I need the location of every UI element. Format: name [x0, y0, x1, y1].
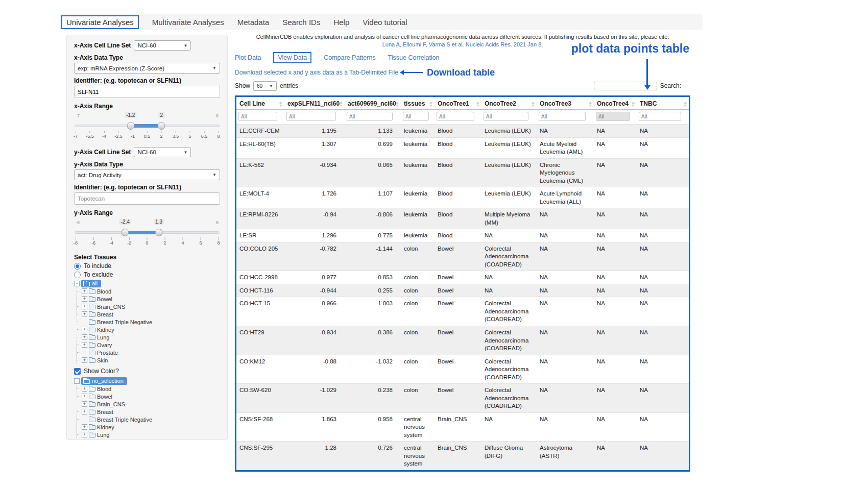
tree-item-prostate[interactable]: Prostate: [77, 349, 220, 356]
column-header-act609699-nci60[interactable]: act609699_nci60: [345, 97, 401, 110]
download-tab-delimited-link[interactable]: Download selected x and y axis data as a…: [235, 69, 398, 76]
tree-item-breast-triple-negative[interactable]: Breast Triple Negative: [77, 318, 220, 326]
y-range-handle-low[interactable]: [122, 229, 129, 236]
filter-input-tnbc[interactable]: [639, 112, 681, 121]
expand-icon[interactable]: +: [82, 296, 87, 302]
column-header-expslfn11-nci60[interactable]: expSLFN11_nci60: [284, 97, 345, 110]
sort-icon[interactable]: [476, 102, 479, 107]
table-row-co-hct-15[interactable]: CO:HCT-15-0.966-1.003colonBowelColorecta…: [236, 297, 689, 326]
column-header-oncotree4[interactable]: OncoTree4: [594, 97, 637, 110]
expand-icon[interactable]: +: [82, 327, 87, 332]
table-row-le-k-562[interactable]: LE:K-562-0.9340.065leukemiaBloodLeukemia…: [236, 158, 689, 187]
radio-to-include[interactable]: To include: [74, 262, 220, 270]
tissue-tree-root-all[interactable]: all: [81, 280, 101, 287]
sort-icon[interactable]: [279, 102, 282, 107]
expand-icon[interactable]: +: [82, 357, 87, 363]
radio-to-exclude[interactable]: To exclude: [74, 271, 220, 278]
tree-item-bowel[interactable]: +Bowel: [77, 295, 220, 303]
sort-icon[interactable]: [589, 102, 592, 107]
tree-item-breast[interactable]: +Breast: [77, 310, 220, 318]
y-data-type-select[interactable]: act: Drug Activity ▼: [74, 169, 220, 180]
y-range-slider[interactable]: -8 8 -2.4 1.3 -8-6-4-202468: [75, 218, 220, 249]
filter-input-cell-line[interactable]: [238, 112, 277, 121]
view-tab-compare-patterns[interactable]: Compare Patterns: [324, 54, 375, 61]
table-row-cns-sf-268[interactable]: CNS:SF-2681.8630.958central nervous syst…: [236, 412, 689, 442]
expand-icon[interactable]: +: [82, 304, 87, 309]
table-row-co-ht29[interactable]: CO:HT29-0.934-0.386colonBowelColorectal …: [236, 326, 689, 355]
expand-icon[interactable]: +: [82, 401, 87, 407]
nav-tab-search-ids[interactable]: Search IDs: [282, 18, 320, 27]
tree-item-skin[interactable]: +Skin: [77, 356, 220, 364]
table-row-co-colo-205[interactable]: CO:COLO 205-0.782-1.144colonBowelColorec…: [236, 242, 689, 271]
table-row-le-sr[interactable]: LE:SR1.2960.775leukemiaBloodNANANANA: [236, 229, 689, 242]
expand-icon[interactable]: +: [82, 394, 87, 399]
column-header-oncotree1[interactable]: OncoTree1: [435, 97, 481, 110]
expand-icon[interactable]: +: [82, 409, 87, 414]
sort-icon[interactable]: [632, 102, 635, 107]
table-row-co-sw-620[interactable]: CO:SW-620-1.0290.238colonBowelColorectal…: [236, 384, 689, 413]
tree-item-kidney[interactable]: +Kidney: [77, 326, 220, 333]
tree-item-breast-triple-negative[interactable]: Breast Triple Negative: [77, 416, 220, 423]
tree-item-brain-cns[interactable]: +Brain_CNS: [77, 303, 220, 310]
tissue-tree-root-no-selection[interactable]: no_selection: [81, 377, 127, 385]
column-header-tissues[interactable]: tissues: [401, 97, 435, 110]
x-identifier-input[interactable]: [74, 86, 220, 98]
y-identifier-input[interactable]: [74, 192, 220, 205]
expand-icon[interactable]: +: [82, 424, 87, 430]
filter-input-oncotree2[interactable]: [484, 112, 528, 121]
sort-icon[interactable]: [340, 102, 343, 107]
filter-input-expslfn11-nci60[interactable]: [286, 112, 336, 121]
filter-input-oncotree1[interactable]: [437, 112, 474, 121]
expand-icon[interactable]: +: [82, 334, 87, 340]
expand-icon[interactable]: +: [82, 386, 87, 392]
table-row-co-hcc-2998[interactable]: CO:HCC-2998-0.977-0.853colonBowelNANANAN…: [236, 271, 689, 284]
table-row-co-km12[interactable]: CO:KM12-0.88-1.032colonBowelColorectal A…: [236, 355, 689, 384]
view-tab-tissue-correlation[interactable]: Tissue Correlation: [388, 54, 440, 61]
nav-tab-help[interactable]: Help: [333, 18, 349, 27]
view-tab-plot-data[interactable]: Plot Data: [235, 54, 261, 61]
column-header-cell-line[interactable]: Cell Line: [236, 97, 284, 110]
x-data-type-select[interactable]: exp: mRNA Expression (Z-Score) ▼: [74, 63, 220, 74]
column-header-oncotree3[interactable]: OncoTree3: [537, 97, 594, 110]
y-cell-line-set-select[interactable]: NCI-60 ▼: [134, 147, 191, 157]
expand-icon[interactable]: +: [82, 440, 87, 440]
tree-item-ovary[interactable]: +Ovary: [77, 438, 220, 440]
collapse-icon[interactable]: -: [74, 281, 80, 286]
table-row-co-hct-116[interactable]: CO:HCT-116-0.9440.255colonBowelNANANANA: [236, 284, 689, 297]
table-row-le-hl-60-tb[interactable]: LE:HL-60(TB)1.3070.699leukemiaBloodLeuke…: [236, 137, 689, 158]
sort-icon[interactable]: [532, 102, 535, 107]
sort-icon[interactable]: [429, 102, 432, 107]
expand-icon[interactable]: +: [82, 432, 87, 437]
expand-icon[interactable]: +: [82, 311, 87, 317]
tree-item-blood[interactable]: +Blood: [77, 385, 220, 393]
x-range-slider[interactable]: -7 8 -1.2 2 -7-5.5-4-2.5-10.523.556.58: [75, 111, 220, 142]
tree-item-ovary[interactable]: +Ovary: [77, 341, 220, 349]
table-row-cns-sf-295[interactable]: CNS:SF-2951.280.726central nervous syste…: [236, 442, 689, 470]
sort-icon[interactable]: [684, 102, 687, 107]
sort-icon[interactable]: [396, 102, 399, 107]
table-row-le-rpmi-8226[interactable]: LE:RPMI-8226-0.94-0.806leukemiaBloodMult…: [236, 208, 689, 229]
tree-item-kidney[interactable]: +Kidney: [77, 423, 220, 431]
table-row-le-ccrf-cem[interactable]: LE:CCRF-CEM1.1951.133leukemiaBloodLeukem…: [236, 125, 689, 138]
filter-input-oncotree4[interactable]: [596, 112, 630, 121]
column-header-oncotree2[interactable]: OncoTree2: [481, 97, 537, 110]
nav-tab-video-tutorial[interactable]: Video tutorial: [363, 18, 407, 27]
table-row-le-molt-4[interactable]: LE:MOLT-41.7261.107leukemiaBloodLeukemia…: [236, 187, 689, 208]
column-header-tnbc[interactable]: TNBC: [637, 97, 689, 110]
tree-item-lung[interactable]: +Lung: [77, 431, 220, 438]
collapse-icon[interactable]: -: [74, 378, 80, 384]
nav-tab-univariate-analyses[interactable]: Univariate Analyses: [61, 15, 139, 29]
tree-item-bowel[interactable]: +Bowel: [77, 393, 220, 400]
x-cell-line-set-select[interactable]: NCI-60 ▼: [134, 40, 191, 51]
y-range-handle-high[interactable]: [155, 229, 163, 236]
tree-item-breast[interactable]: +Breast: [77, 408, 220, 416]
expand-icon[interactable]: +: [82, 288, 87, 294]
x-range-handle-low[interactable]: [127, 122, 134, 130]
filter-input-act609699-nci60[interactable]: [347, 112, 393, 121]
nav-tab-metadata[interactable]: Metadata: [237, 18, 270, 27]
filter-input-tissues[interactable]: [403, 112, 429, 121]
tree-item-brain-cns[interactable]: +Brain_CNS: [77, 400, 220, 408]
nav-tab-multivariate-analyses[interactable]: Multivariate Analyses: [152, 18, 224, 27]
entries-per-page-select[interactable]: 60 ▼: [253, 81, 277, 91]
show-color-checkbox[interactable]: Show Color?: [74, 368, 220, 375]
